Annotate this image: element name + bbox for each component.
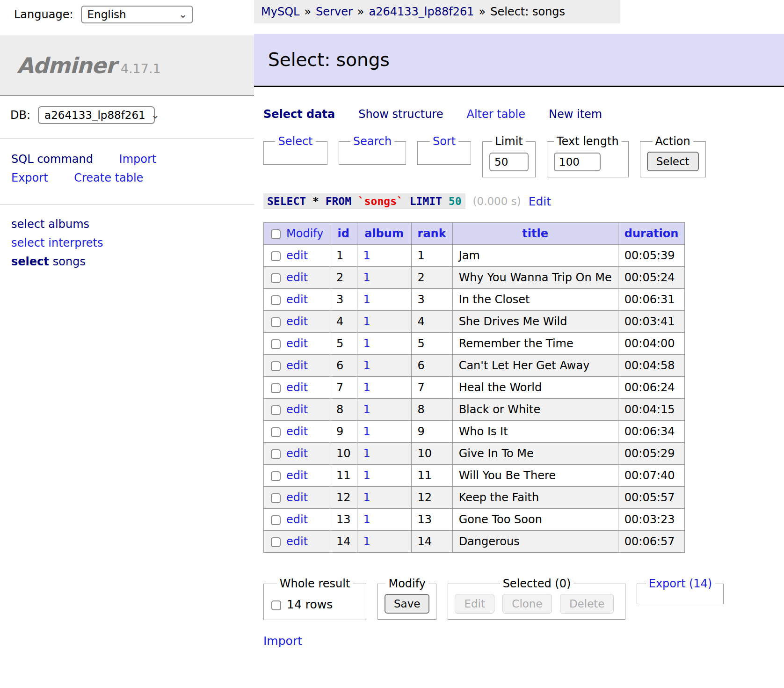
row-edit-link[interactable]: edit xyxy=(286,535,308,548)
whole-result-checkbox[interactable] xyxy=(271,600,281,610)
export-link[interactable]: Export (14) xyxy=(649,577,712,590)
cell-album: 1 xyxy=(357,289,411,311)
selected-edit-button[interactable]: Edit xyxy=(455,594,494,614)
action-select-button[interactable]: Select xyxy=(647,152,699,171)
cell-title: Black or White xyxy=(452,399,618,421)
row-edit-link[interactable]: edit xyxy=(286,249,308,262)
row-checkbox[interactable] xyxy=(271,383,281,393)
tab-select-data[interactable]: Select data xyxy=(263,108,335,121)
row-edit-link[interactable]: edit xyxy=(286,425,308,438)
row-edit-link[interactable]: edit xyxy=(286,491,308,504)
breadcrumb-link-database[interactable]: a264133_lp88f261 xyxy=(369,5,474,18)
sort-fieldset-link[interactable]: Sort xyxy=(433,135,456,148)
tab-new-item[interactable]: New item xyxy=(549,108,602,121)
text-length-input[interactable] xyxy=(554,153,601,171)
table-row: edit13113Gone Too Soon00:03:23 xyxy=(264,509,685,531)
row-edit-link[interactable]: edit xyxy=(286,381,308,394)
cell-title: Remember the Time xyxy=(452,333,618,355)
table-select-link[interactable]: select xyxy=(11,236,44,249)
album-link[interactable]: 1 xyxy=(363,293,370,306)
row-edit-link[interactable]: edit xyxy=(286,315,308,328)
album-link[interactable]: 1 xyxy=(363,249,370,262)
table-select-link[interactable]: select xyxy=(11,255,49,268)
selected-delete-button[interactable]: Delete xyxy=(560,594,614,614)
tab-show-structure[interactable]: Show structure xyxy=(358,108,443,121)
modify-cell: edit xyxy=(264,443,330,465)
tab-alter-table[interactable]: Alter table xyxy=(466,108,525,121)
cell-title: Jam xyxy=(452,245,618,267)
row-edit-link[interactable]: edit xyxy=(286,513,308,526)
row-checkbox[interactable] xyxy=(271,471,281,481)
sidebar-link-export[interactable]: Export xyxy=(11,171,48,184)
table-name-link[interactable]: songs xyxy=(53,255,86,268)
album-link[interactable]: 1 xyxy=(363,469,370,482)
row-checkbox[interactable] xyxy=(271,273,281,283)
cell-album: 1 xyxy=(357,421,411,443)
row-checkbox[interactable] xyxy=(271,317,281,327)
save-button[interactable]: Save xyxy=(385,594,429,614)
cell-id: 8 xyxy=(330,399,357,421)
row-checkbox[interactable] xyxy=(271,427,281,437)
row-checkbox[interactable] xyxy=(271,537,281,547)
cell-title: Who Is It xyxy=(452,421,618,443)
modify-cell: edit xyxy=(264,399,330,421)
table-name-link[interactable]: interprets xyxy=(48,236,103,249)
album-link[interactable]: 1 xyxy=(363,535,370,548)
selected-clone-button[interactable]: Clone xyxy=(502,594,552,614)
row-checkbox[interactable] xyxy=(271,515,281,525)
album-link[interactable]: 1 xyxy=(363,381,370,394)
select-fieldset-link[interactable]: Select xyxy=(278,135,312,148)
limit-input[interactable] xyxy=(489,153,529,171)
modify-cell: edit xyxy=(264,509,330,531)
sidebar-link-import[interactable]: Import xyxy=(119,153,157,166)
row-checkbox[interactable] xyxy=(271,449,281,459)
search-fieldset-link[interactable]: Search xyxy=(353,135,392,148)
query-edit-link[interactable]: Edit xyxy=(529,195,551,208)
chevron-down-icon: ⌄ xyxy=(151,113,160,117)
row-edit-link[interactable]: edit xyxy=(286,403,308,416)
import-link[interactable]: Import xyxy=(263,634,302,648)
row-edit-link[interactable]: edit xyxy=(286,271,308,284)
sidebar-link-create-table[interactable]: Create table xyxy=(74,171,143,184)
table-name-link[interactable]: albums xyxy=(48,218,89,231)
db-select[interactable]: a264133_lp88f261 ⌄ xyxy=(38,106,155,124)
row-edit-link[interactable]: edit xyxy=(286,293,308,306)
album-link[interactable]: 1 xyxy=(363,359,370,372)
cell-duration: 00:04:15 xyxy=(618,399,685,421)
table-row: edit818Black or White00:04:15 xyxy=(264,399,685,421)
row-checkbox[interactable] xyxy=(271,339,281,349)
breadcrumb-link-server[interactable]: Server xyxy=(316,5,353,18)
language-select[interactable]: English ⌄ xyxy=(81,6,193,23)
cell-rank: 8 xyxy=(411,399,452,421)
row-edit-link[interactable]: edit xyxy=(286,337,308,350)
select-all-checkbox[interactable] xyxy=(271,229,281,239)
adminer-logo[interactable]: Adminer xyxy=(17,53,116,78)
whole-result-legend: Whole result xyxy=(277,577,353,590)
album-link[interactable]: 1 xyxy=(363,271,370,284)
album-link[interactable]: 1 xyxy=(363,315,370,328)
row-edit-link[interactable]: edit xyxy=(286,447,308,460)
album-link[interactable]: 1 xyxy=(363,425,370,438)
row-checkbox[interactable] xyxy=(271,493,281,503)
sidebar-table-item: selectsongs xyxy=(11,254,254,270)
row-checkbox[interactable] xyxy=(271,405,281,415)
album-link[interactable]: 1 xyxy=(363,447,370,460)
album-link[interactable]: 1 xyxy=(363,403,370,416)
album-link[interactable]: 1 xyxy=(363,491,370,504)
row-checkbox[interactable] xyxy=(271,251,281,261)
sidebar-table-item: selectinterprets xyxy=(11,235,254,251)
row-edit-link[interactable]: edit xyxy=(286,359,308,372)
modify-header-link[interactable]: Modify xyxy=(286,227,324,240)
table-select-link[interactable]: select xyxy=(11,218,44,231)
cell-duration: 00:03:23 xyxy=(618,509,685,531)
album-link[interactable]: 1 xyxy=(363,513,370,526)
sidebar-link-sql-command[interactable]: SQL command xyxy=(11,153,93,166)
cell-duration: 00:06:57 xyxy=(618,531,685,553)
row-checkbox[interactable] xyxy=(271,361,281,371)
row-edit-link[interactable]: edit xyxy=(286,469,308,482)
table-row: edit111Jam00:05:39 xyxy=(264,245,685,267)
breadcrumb-link-mysql[interactable]: MySQL xyxy=(261,5,299,18)
table-header-row: Modify id album rank title duration xyxy=(264,223,685,245)
album-link[interactable]: 1 xyxy=(363,337,370,350)
row-checkbox[interactable] xyxy=(271,295,281,305)
